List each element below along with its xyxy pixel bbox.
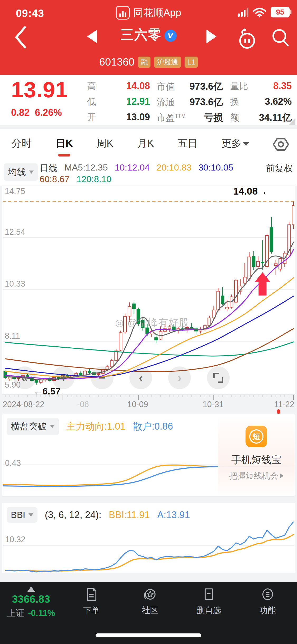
tab-wuri[interactable]: 五日 <box>178 137 198 152</box>
quote-row: 市盈TTM亏损 <box>157 111 223 124</box>
app-screen: 09:43 同花顺App 95 三六零V 601360 <box>0 0 297 644</box>
quote-col-3: 量比8.35换3.62%额34.11亿 <box>230 75 292 125</box>
last-price: 13.91 <box>11 77 68 103</box>
index-value: 3366.83 <box>12 593 50 605</box>
high-price-annotation: 14.08→ <box>233 186 267 197</box>
stock-subtitle: 601360 融 沪股通 L1 <box>0 56 297 68</box>
ma-legend-row1: 日线 MA5:12.3510:12.0420:10.8330:10.05 <box>40 162 233 174</box>
scroll-left-button[interactable]: ‹ <box>129 366 152 389</box>
up-triangle-icon <box>27 586 35 592</box>
app-banner-label: 同花顺App <box>133 6 181 20</box>
y-axis-label: 8.11 <box>5 331 20 341</box>
functions-menu-icon <box>260 587 275 602</box>
chevron-down-icon <box>243 142 249 146</box>
tab-fenshi[interactable]: 分时 <box>12 137 32 152</box>
zhuli-value: 主力动向:1.01 <box>66 420 125 433</box>
adjust-mode-label[interactable]: 前复权 <box>266 162 293 174</box>
ma-legend-row2: 60:8.67120:8.10 <box>40 174 111 184</box>
ad-subtitle[interactable]: 把握短线机会 <box>229 470 284 481</box>
ma-legend: 均线 日线 MA5:12.3510:12.0420:10.8330:10.05 … <box>0 160 297 186</box>
quote-row: 换3.62% <box>230 96 292 108</box>
chevron-right-icon <box>280 473 284 479</box>
search-icon[interactable] <box>269 26 291 49</box>
price-change: 0.82 6.26% <box>11 107 62 118</box>
x-axis-dates: 2024-08-22-0610-0910-3111-22 <box>3 400 294 411</box>
ma-period-label: 日线 <box>40 162 58 174</box>
indicator2-dropdown-button[interactable]: BBI <box>7 507 37 523</box>
nav-item-functions[interactable]: 功能 <box>238 582 297 644</box>
p1-axis-label: 0.43 <box>5 458 21 468</box>
chevron-down-icon <box>29 513 33 517</box>
home-indicator[interactable] <box>96 633 201 637</box>
quote-row: 高14.08 <box>87 80 150 92</box>
header: 09:43 同花顺App 95 三六零V 601360 <box>0 0 297 75</box>
order-document-icon <box>84 587 99 602</box>
tag-l1: L1 <box>185 57 198 68</box>
quote-row: 流通973.6亿 <box>157 96 223 109</box>
x-tick-label: 10-09 <box>127 400 148 409</box>
fullscreen-button[interactable] <box>207 366 230 389</box>
zoom-in-button[interactable]: + <box>52 366 75 389</box>
zoom-out-button[interactable]: − <box>91 366 114 389</box>
index-name: 上证 <box>7 607 24 619</box>
tab-more[interactable]: 更多 <box>221 137 249 152</box>
tab-zhouk[interactable]: 周K <box>97 137 113 152</box>
y-axis-label: 12.54 <box>5 227 25 237</box>
ad-title: 手机短线宝 <box>231 453 281 467</box>
tab-rik[interactable]: 日K <box>55 137 73 152</box>
ma-legend-item: 30:10.05 <box>198 162 233 174</box>
tag-hgt: 沪股通 <box>154 57 181 68</box>
bbi-params: (3, 6, 12, 24): <box>45 509 101 521</box>
scroll-right-button[interactable]: › <box>168 366 191 389</box>
candlestick-chart <box>3 186 294 394</box>
y-axis-label: 14.75 <box>5 187 25 196</box>
app-banner[interactable]: 同花顺App <box>116 6 181 20</box>
x-tick-label: 10-31 <box>203 400 224 409</box>
x-tick-label: 11-22 <box>274 400 294 409</box>
a-value: A:13.91 <box>157 509 190 521</box>
tag-margin: 融 <box>138 57 150 68</box>
quote-row: 额34.11亿 <box>230 111 292 124</box>
quote-row: 市值973.6亿 <box>157 80 223 93</box>
robot-assistant-icon[interactable] <box>235 26 258 49</box>
quote-row: 开13.09 <box>87 111 150 123</box>
quote-col-2: 市值973.6亿流通973.6亿市盈TTM亏损 <box>157 75 223 125</box>
ma-legend-item: 20:10.83 <box>157 162 191 174</box>
scroll-left-fast-button[interactable]: « <box>13 366 36 389</box>
remove-watchlist-icon <box>201 587 216 602</box>
stock-code: 601360 <box>99 56 134 68</box>
bbi-value: BBI:11.91 <box>109 509 150 521</box>
tab-yuek[interactable]: 月K <box>137 137 154 152</box>
duanxianbao-app-icon: 短 <box>246 426 267 447</box>
kline-tabs: 分时 日K 周K 月K 五日 更多 <box>0 125 297 160</box>
wifi-icon <box>253 7 266 17</box>
sanhu-value: 散户:0.86 <box>133 420 173 433</box>
index-quote[interactable]: 3366.83 上证 -0.11% <box>0 582 62 644</box>
chart-settings-gear-icon[interactable] <box>273 136 289 153</box>
battery-icon: 95 <box>271 7 290 17</box>
status-icons: 95 <box>238 7 290 17</box>
x-tick-label: -06 <box>77 400 89 409</box>
ma-legend-item: 60:8.67 <box>40 174 69 184</box>
candlestick-chart-panel[interactable] <box>2 186 295 395</box>
bbi-panel[interactable]: BBI (3, 6, 12, 24): BBI:11.91 A:13.91 10… <box>2 503 295 573</box>
chart-toolbar: « + − ‹ › <box>0 366 238 389</box>
indicator1-dropdown-button[interactable]: 横盘突破 <box>7 418 59 435</box>
chevron-down-icon <box>50 425 55 428</box>
community-star-icon <box>143 587 158 602</box>
quote-section: 13.91 0.82 6.26% 高14.08低12.91开13.09 市值97… <box>0 75 297 125</box>
quote-row: 量比8.35 <box>230 80 292 92</box>
duanxianbao-ad[interactable]: 短 手机短线宝 把握短线机会 <box>218 414 295 496</box>
y-axis-label: 10.33 <box>5 279 25 289</box>
ma-dropdown-button[interactable]: 均线 <box>4 163 38 181</box>
signal-icon <box>238 8 248 17</box>
ths-app-icon <box>116 6 130 20</box>
chevron-down-icon <box>29 171 34 174</box>
index-change: -0.11% <box>28 608 55 618</box>
hengpan-panel[interactable]: 横盘突破 主力动向:1.01 散户:0.86 0.43 短 手机短线宝 把握短线… <box>2 414 295 496</box>
latest-day-marker <box>277 409 280 414</box>
x-tick-label: 2024-08-22 <box>3 400 45 409</box>
quote-col-1: 高14.08低12.91开13.09 <box>87 75 150 125</box>
fullscreen-icon <box>213 373 223 383</box>
verified-badge: V <box>164 30 177 42</box>
